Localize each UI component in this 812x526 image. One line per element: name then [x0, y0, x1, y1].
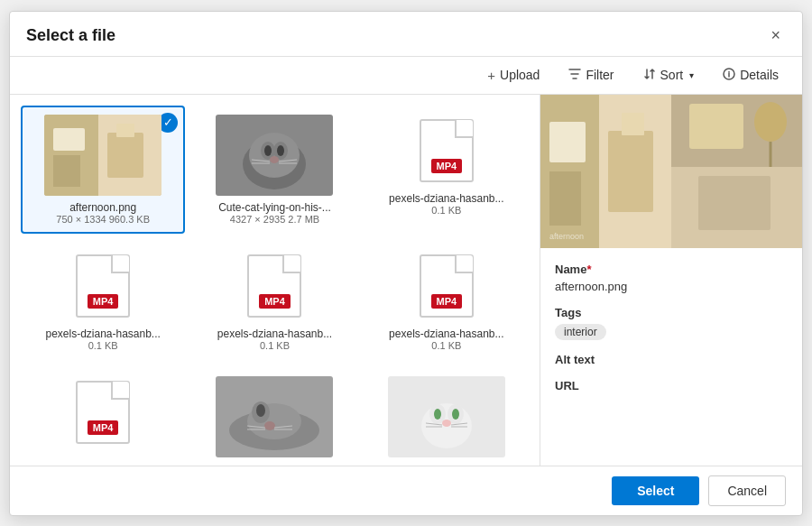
tag-pill[interactable]: interior	[555, 324, 606, 340]
sort-chevron-icon: ▾	[689, 70, 694, 80]
details-label: Details	[740, 68, 779, 82]
filter-label: Filter	[586, 68, 614, 82]
upload-icon: +	[487, 68, 495, 83]
svg-rect-6	[107, 133, 143, 178]
file-item[interactable]: MP4	[21, 367, 185, 466]
detail-alttext-field: Alt text	[555, 353, 788, 366]
dialog-footer: Select Cancel	[10, 466, 802, 515]
file-select-dialog: Select a file × + Upload Filter Sort ▾	[9, 11, 803, 516]
detail-panel: afternoon	[540, 95, 802, 466]
upload-button[interactable]: + Upload	[480, 64, 547, 87]
file-name: afternoon.png	[69, 201, 136, 214]
svg-text:afternoon: afternoon	[549, 232, 584, 241]
detail-info: Name* afternoon.png Tags interior Alt te…	[540, 248, 802, 466]
svg-rect-53	[698, 176, 770, 230]
detail-tags-field: Tags interior	[555, 306, 788, 340]
svg-rect-45	[549, 171, 581, 226]
svg-rect-47	[622, 113, 644, 135]
dialog-header: Select a file ×	[10, 12, 802, 57]
file-name: pexels-dziana-hasanb...	[217, 328, 332, 340]
detail-name-label: Name*	[555, 263, 788, 276]
file-item[interactable]	[364, 367, 529, 466]
file-item[interactable]	[192, 367, 356, 466]
file-grid-container[interactable]: ✓ afternoon.png 750 × 1334	[10, 95, 540, 466]
svg-point-54	[754, 102, 787, 142]
file-name: Cute-cat-lying-on-his-...	[218, 201, 331, 214]
mp4-badge: MP4	[88, 294, 119, 309]
svg-point-14	[277, 145, 284, 156]
file-item[interactable]: MP4 pexels-dziana-hasanb... 0.1 KB	[364, 241, 529, 360]
cancel-button[interactable]: Cancel	[708, 475, 786, 506]
mp4-badge: MP4	[88, 420, 119, 435]
detail-url-label: URL	[555, 379, 788, 392]
svg-rect-51	[689, 104, 743, 149]
svg-rect-46	[608, 131, 653, 212]
filter-button[interactable]: Filter	[561, 64, 621, 87]
sort-button[interactable]: Sort ▾	[636, 64, 702, 87]
close-button[interactable]: ×	[765, 24, 786, 47]
details-button[interactable]: Details	[715, 64, 786, 87]
tag-container: interior	[555, 323, 788, 340]
svg-point-24	[256, 404, 265, 417]
file-item[interactable]: MP4 pexels-dziana-hasanb... 0.1 KB	[192, 241, 356, 360]
detail-name-value: afternoon.png	[555, 280, 788, 293]
detail-name-field: Name* afternoon.png	[555, 263, 788, 293]
file-meta: 0.1 KB	[260, 340, 290, 351]
file-meta: 0.1 KB	[88, 340, 118, 351]
svg-point-10	[249, 133, 300, 178]
svg-rect-5	[53, 155, 80, 187]
file-meta: 0.1 KB	[431, 340, 461, 351]
detail-tags-label: Tags	[555, 306, 788, 319]
file-name: pexels-dziana-hasanb...	[389, 192, 503, 205]
svg-rect-4	[53, 128, 85, 151]
svg-rect-44	[549, 122, 586, 162]
file-meta: 0.1 KB	[431, 205, 461, 216]
file-meta: 4327 × 2935 2.7 MB	[230, 214, 319, 225]
sort-label: Sort	[660, 68, 684, 82]
detail-url-field: URL	[555, 379, 788, 392]
file-grid: ✓ afternoon.png 750 × 1334	[21, 106, 529, 466]
file-item[interactable]: MP4 pexels-dziana-hasanb... 0.1 KB	[21, 241, 185, 360]
svg-point-36	[442, 420, 451, 427]
svg-rect-7	[116, 124, 134, 137]
svg-point-13	[264, 145, 272, 156]
mp4-badge: MP4	[431, 159, 463, 173]
file-name: pexels-dziana-hasanb...	[45, 328, 160, 340]
dialog-title: Select a file	[26, 26, 115, 45]
mp4-badge: MP4	[431, 294, 463, 309]
content-area: ✓ afternoon.png 750 × 1334	[10, 95, 802, 466]
file-meta: 750 × 1334 960.3 KB	[56, 214, 150, 225]
upload-label: Upload	[500, 68, 540, 82]
toolbar: + Upload Filter Sort ▾	[10, 57, 802, 95]
svg-point-15	[270, 156, 279, 163]
mp4-badge: MP4	[259, 294, 291, 309]
svg-point-25	[264, 421, 275, 430]
svg-point-35	[452, 409, 459, 420]
file-item[interactable]: ✓ afternoon.png 750 × 1334	[21, 106, 185, 234]
detail-preview: afternoon	[540, 95, 802, 248]
detail-alttext-label: Alt text	[555, 353, 788, 366]
details-icon	[723, 68, 735, 83]
svg-point-34	[434, 409, 441, 420]
file-item[interactable]: MP4 pexels-dziana-hasanb... 0.1 KB	[364, 106, 529, 234]
sort-icon	[643, 68, 656, 83]
filter-icon	[568, 68, 581, 83]
file-name: pexels-dziana-hasanb...	[389, 328, 503, 340]
select-button[interactable]: Select	[612, 476, 699, 505]
file-item[interactable]: Cute-cat-lying-on-his-... 4327 × 2935 2.…	[192, 106, 356, 234]
